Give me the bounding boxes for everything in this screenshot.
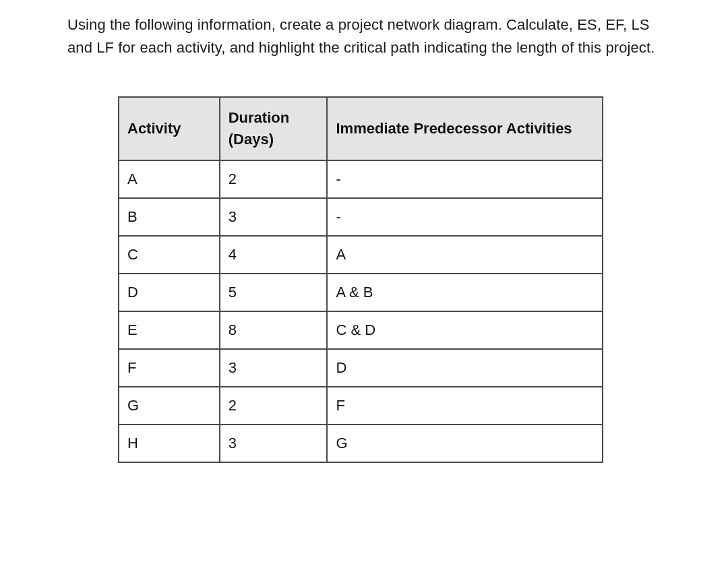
header-predecessor: Immediate Predecessor Activities — [327, 97, 603, 160]
cell-predecessor: G — [327, 425, 603, 462]
table-row: F 3 D — [119, 349, 603, 387]
table-row: A 2 - — [119, 160, 603, 198]
cell-activity: G — [119, 387, 220, 425]
cell-predecessor: F — [327, 387, 603, 425]
cell-predecessor: A — [327, 236, 603, 274]
cell-activity: D — [119, 274, 220, 311]
cell-activity: B — [119, 198, 220, 236]
cell-activity: H — [119, 425, 220, 462]
cell-activity: C — [119, 236, 220, 274]
cell-activity: E — [119, 311, 220, 349]
cell-duration: 3 — [220, 349, 328, 387]
table-row: H 3 G — [119, 425, 603, 462]
activity-table-wrap: Activity Duration (Days) Immediate Prede… — [118, 96, 661, 463]
table-row: G 2 F — [119, 387, 603, 425]
cell-duration: 2 — [220, 160, 328, 198]
table-row: B 3 - — [119, 198, 603, 236]
table-row: C 4 A — [119, 236, 603, 274]
header-duration: Duration (Days) — [220, 97, 328, 160]
table-row: E 8 C & D — [119, 311, 603, 349]
cell-predecessor: C & D — [327, 311, 603, 349]
activity-table: Activity Duration (Days) Immediate Prede… — [118, 96, 603, 463]
table-row: D 5 A & B — [119, 274, 603, 311]
header-activity: Activity — [119, 97, 220, 160]
cell-duration: 3 — [220, 425, 328, 462]
cell-predecessor: - — [327, 160, 603, 198]
cell-duration: 5 — [220, 274, 328, 311]
cell-duration: 3 — [220, 198, 328, 236]
cell-duration: 2 — [220, 387, 328, 425]
table-header-row: Activity Duration (Days) Immediate Prede… — [119, 97, 603, 160]
intro-text: Using the following information, create … — [67, 13, 661, 59]
cell-predecessor: D — [327, 349, 603, 387]
cell-predecessor: - — [327, 198, 603, 236]
cell-predecessor: A & B — [327, 274, 603, 311]
cell-duration: 4 — [220, 236, 328, 274]
cell-duration: 8 — [220, 311, 328, 349]
cell-activity: A — [119, 160, 220, 198]
cell-activity: F — [119, 349, 220, 387]
